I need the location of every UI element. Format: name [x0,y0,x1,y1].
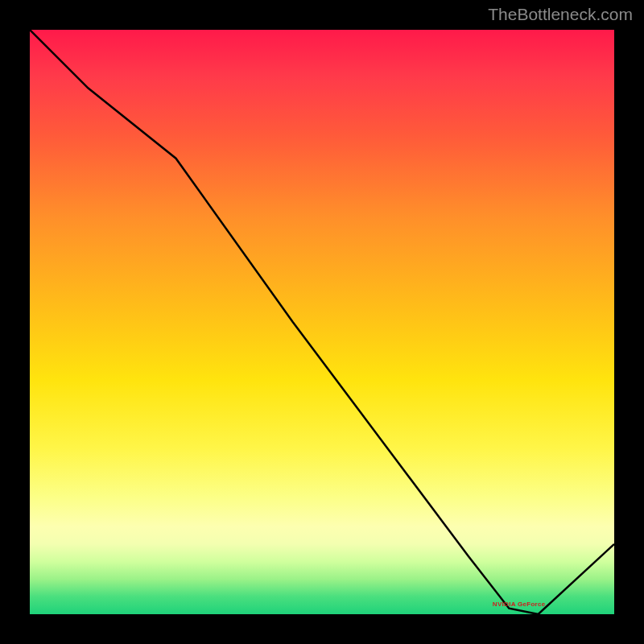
bottleneck-curve [30,30,614,614]
curve-path [30,30,614,614]
chart-frame: TheBottleneck.com NVIDIA GeForce [0,0,644,644]
gpu-marker-label: NVIDIA GeForce [493,601,546,608]
watermark-text: TheBottleneck.com [488,5,633,24]
plot-area: NVIDIA GeForce [30,30,614,614]
